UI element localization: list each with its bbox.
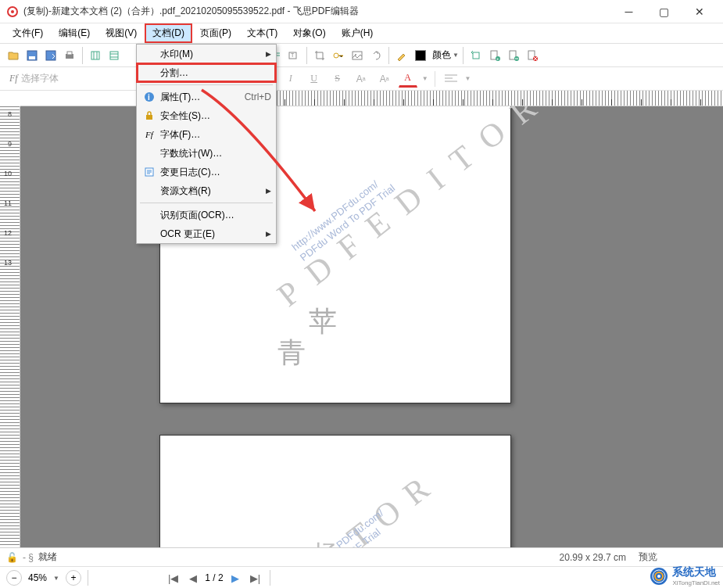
svg-rect-3 xyxy=(29,56,35,59)
font-icon: Ff xyxy=(141,130,157,139)
svg-rect-25 xyxy=(146,115,152,120)
menu-resources[interactable]: 资源文档(R)▶ xyxy=(137,181,276,200)
menu-file[interactable]: 文件(F) xyxy=(5,23,51,43)
svg-point-12 xyxy=(334,53,338,58)
page-delete-button[interactable] xyxy=(524,47,541,64)
menu-split[interactable]: 分割… xyxy=(137,63,276,82)
pencil-button[interactable] xyxy=(393,47,410,64)
toolbar-format: Ff 选择字体 B I U S Aa Aa A ▼ ▼ xyxy=(0,67,723,91)
watermark-big: PDFEDITOR xyxy=(270,106,557,314)
crop-button[interactable] xyxy=(311,47,328,64)
menu-properties[interactable]: i 属性(T)…Ctrl+D xyxy=(137,88,276,106)
zoom-in-button[interactable]: + xyxy=(66,570,81,586)
strike-button[interactable]: S xyxy=(328,70,347,88)
page-indicator[interactable]: 1 / 2 xyxy=(205,572,223,583)
pdf-page-2: TOR PDFdu.com/ PDF Trial 场 xyxy=(159,435,511,560)
menu-view[interactable]: 视图(V) xyxy=(98,23,145,43)
open-button[interactable] xyxy=(5,47,22,64)
svg-rect-8 xyxy=(110,52,118,59)
superscript-button[interactable]: Aa xyxy=(352,70,370,88)
align-button[interactable] xyxy=(442,70,460,88)
zoom-level[interactable]: 45% xyxy=(28,572,47,583)
italic-button[interactable]: I xyxy=(281,70,300,88)
brand-logo-icon xyxy=(649,566,669,586)
last-page-button[interactable]: ▶| xyxy=(247,572,263,584)
first-page-button[interactable]: |◀ xyxy=(165,572,181,584)
lock-icon: 🔓 xyxy=(6,552,18,563)
ruler-horizontal xyxy=(20,91,723,106)
svg-point-1 xyxy=(11,10,14,13)
next-page-button[interactable]: ▶ xyxy=(228,572,242,584)
save-button[interactable] xyxy=(23,47,41,64)
menu-ocr-page[interactable]: 识别页面(OCR)… xyxy=(137,206,276,224)
status-ready: 就绪 xyxy=(38,550,57,564)
subscript-button[interactable]: Aa xyxy=(375,70,394,88)
annotate-button[interactable]: T xyxy=(285,47,302,64)
image-button[interactable] xyxy=(349,47,366,64)
menu-text[interactable]: 文本(T) xyxy=(239,23,285,43)
window-title: (复制)-新建文本文档 (2)（合并）.pdf_2021020509553952… xyxy=(23,5,611,18)
menu-page[interactable]: 页面(P) xyxy=(192,23,239,43)
menu-edit[interactable]: 编辑(E) xyxy=(51,23,98,43)
font-selector[interactable]: Ff 选择字体 xyxy=(5,72,63,85)
select-tool-button[interactable] xyxy=(106,47,123,64)
key-button[interactable] xyxy=(330,47,347,64)
statusbar: 🔓 - § 就绪 20.99 x 29.7 cm 预览 − 45% ▼ + |◀… xyxy=(0,547,723,588)
toolbar-main: T T 颜色 ▼ + xyxy=(0,44,723,67)
svg-point-30 xyxy=(657,575,660,578)
document-menu-dropdown: 水印(M)▶ 分割… i 属性(T)…Ctrl+D 安全性(S)… Ff 字体(… xyxy=(136,44,277,244)
svg-rect-15 xyxy=(473,52,479,59)
info-icon: i xyxy=(141,91,157,102)
app-icon xyxy=(6,5,19,18)
maximize-button[interactable]: ▢ xyxy=(646,1,682,23)
changelog-icon xyxy=(141,167,157,177)
svg-rect-6 xyxy=(67,52,72,55)
page-add-button[interactable]: + xyxy=(486,47,503,64)
workarea: 8 9 10 11 12 13 PDFEDITOR http://www.PDF… xyxy=(0,106,723,560)
print-button[interactable] xyxy=(61,47,78,64)
svg-text:T: T xyxy=(291,52,295,58)
saveas-button[interactable] xyxy=(42,47,59,64)
document-canvas[interactable]: PDFEDITOR http://www.PDFdu.com/ PDFdu Wo… xyxy=(20,106,723,560)
page-remove-button[interactable] xyxy=(505,47,522,64)
preview-label[interactable]: 预览 xyxy=(639,550,657,564)
lock-icon xyxy=(141,110,157,121)
menu-changelog[interactable]: 变更日志(C)… xyxy=(137,163,276,181)
color-button[interactable] xyxy=(412,47,429,64)
menu-document[interactable]: 文档(D) xyxy=(145,23,192,43)
underline-button[interactable]: U xyxy=(305,70,324,88)
hand-tool-button[interactable] xyxy=(87,47,104,64)
menu-watermark[interactable]: 水印(M)▶ xyxy=(137,45,276,63)
menubar: 文件(F) 编辑(E) 视图(V) 文档(D) 页面(P) 文本(T) 对象(O… xyxy=(0,23,723,44)
zoom-out-button[interactable]: − xyxy=(6,570,22,586)
ruler-vertical: 8 9 10 11 12 13 xyxy=(0,106,20,560)
svg-text:i: i xyxy=(148,93,150,102)
char-ping: 苹 xyxy=(309,303,337,341)
menu-object[interactable]: 对象(O) xyxy=(285,23,333,43)
shape-button[interactable] xyxy=(367,47,385,64)
menu-fonts[interactable]: Ff 字体(F)… xyxy=(137,125,276,144)
menu-wordcount[interactable]: 字数统计(W)… xyxy=(137,144,276,163)
svg-text:+: + xyxy=(496,56,499,61)
brand-watermark: 系统天地 XiTongTianDi.net xyxy=(649,565,720,586)
prev-page-button[interactable]: ◀ xyxy=(186,572,200,584)
titlebar: (复制)-新建文本文档 (2)（合并）.pdf_2021020509553952… xyxy=(0,0,723,23)
close-button[interactable]: ✕ xyxy=(682,1,717,23)
menu-security[interactable]: 安全性(S)… xyxy=(137,106,276,125)
menu-ocr-fix[interactable]: OCR 更正(E)▶ xyxy=(137,224,276,243)
color-label: 颜色 xyxy=(432,48,451,62)
menu-account[interactable]: 账户(H) xyxy=(334,23,381,43)
char-qing: 青 xyxy=(277,334,306,372)
rotate-left-button[interactable] xyxy=(467,47,485,64)
minimize-button[interactable]: ─ xyxy=(611,1,646,23)
page-dimensions: 20.99 x 29.7 cm xyxy=(560,552,626,563)
font-color-button[interactable]: A xyxy=(399,70,417,88)
svg-rect-7 xyxy=(91,52,99,59)
